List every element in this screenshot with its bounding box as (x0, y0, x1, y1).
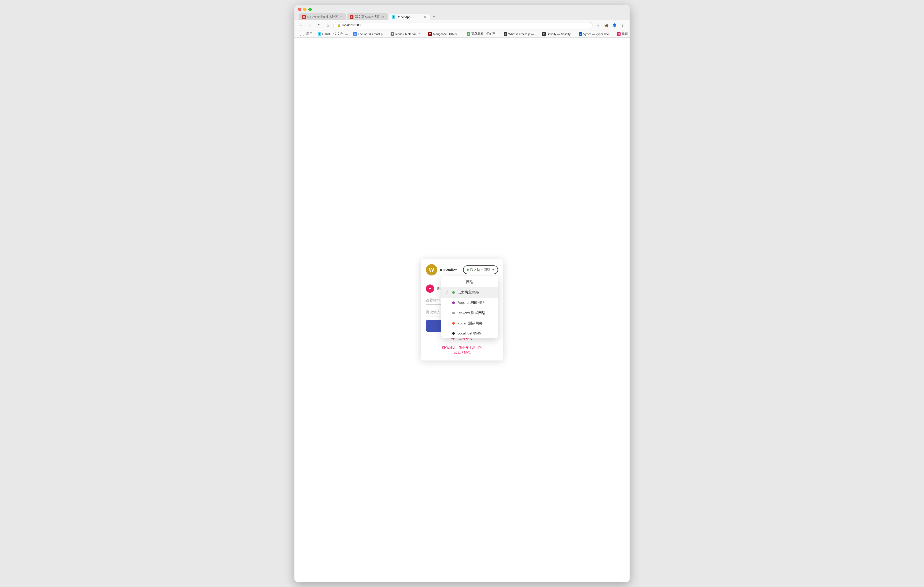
network-item-mainnet[interactable]: ✓ 以太坊主网络 (441, 287, 498, 298)
bookmark-solidity[interactable]: S Solidity — Solidity… (541, 32, 575, 36)
toolbar-right: ☆ 🦋 👤 ⋮ (594, 22, 626, 29)
tab-favicon-csdn: C (302, 15, 306, 19)
bookmark-react[interactable]: ⚛ React 中文文档 -… (317, 31, 349, 36)
vyper-favicon: V (579, 32, 582, 36)
bookmark-mongoose[interactable]: M Mongoose ODM v5… (427, 32, 462, 36)
wallet-logo-text: W (429, 266, 434, 273)
bookmark-solidity-label: Solidity — Solidity… (547, 33, 574, 36)
bookmark-apps-label: 应用 (306, 32, 312, 36)
reload-button[interactable]: ↻ (315, 22, 322, 29)
footer-text: KHWallet，简单安全易用的 以太坊钱包 (426, 345, 498, 355)
star-button[interactable]: ☆ (594, 22, 601, 29)
traffic-lights (298, 8, 626, 11)
wallet-card: W KHWallet 以太坊主网络 ▼ 网络 ✓ (421, 259, 503, 360)
network-label-kovan: Kovan 测试网络 (457, 321, 483, 326)
footer-line1: KHWallet，简单安全易用的 (426, 345, 498, 350)
bookmark-apps[interactable]: ⋮⋮ 应用 (298, 31, 314, 36)
net-dot-ropsten (452, 301, 455, 304)
tian-favicon: 动 (617, 32, 620, 36)
bookmark-react-label: React 中文文档 -… (322, 32, 348, 36)
tab-label-write: 写文章-CSDN博客 (355, 15, 380, 19)
net-dot-localhost (452, 332, 455, 335)
chevron-down-icon: ▼ (492, 268, 495, 271)
wallet-logo-area: W KHWallet (426, 264, 457, 275)
tab-favicon-write: C (350, 15, 353, 19)
url-bar[interactable]: 🔒 localhost:3000 (333, 22, 592, 28)
profile-button[interactable]: 👤 (611, 22, 618, 29)
network-label-rinkeby: Rinkeby 测试网络 (457, 311, 485, 316)
bookmark-world[interactable]: W The world's most p… (352, 32, 387, 36)
apps-grid-icon: ⋮⋮ (299, 32, 305, 36)
title-bar: C CSDN-专业IT技术社区 ✕ C 写文章-CSDN博客 ✕ ⚛ React… (294, 5, 630, 20)
address-bar: ← → ↻ ⌂ 🔒 localhost:3000 ☆ 🦋 👤 ⋮ (294, 20, 630, 30)
minimize-button[interactable] (303, 8, 307, 11)
network-active-dot (467, 269, 469, 271)
new-tab-button[interactable]: + (430, 13, 437, 20)
tab-write[interactable]: C 写文章-CSDN博客 ✕ (347, 13, 388, 20)
network-label-mainnet: 以太坊主网络 (457, 290, 479, 295)
bookmark-icons-label: Icons - Material De… (395, 33, 423, 36)
menu-button[interactable]: ⋮ (619, 22, 626, 29)
tab-favicon-react: ⚛ (392, 15, 395, 19)
extensions-button[interactable]: 🦋 (603, 22, 609, 29)
bookmark-runoob[interactable]: 菜 菜鸟教程 - 学的不… (465, 31, 500, 36)
wallet-logo: W (426, 264, 437, 275)
bookmark-tian-label: 动态 - 天草降临（Ti… (622, 32, 630, 36)
bookmark-world-label: The world's most p… (358, 33, 386, 36)
close-button[interactable] (298, 8, 301, 11)
secure-icon: 🔒 (337, 23, 341, 27)
tab-label-react: React App (397, 15, 422, 18)
network-item-rinkeby[interactable]: Rinkeby 测试网络 (441, 308, 498, 318)
page-content: W KHWallet 以太坊主网络 ▼ 网络 ✓ (294, 38, 630, 582)
network-dropdown-button[interactable]: 以太坊主网络 ▼ (463, 265, 498, 274)
react-favicon: ⚛ (318, 32, 321, 36)
check-icon: ✓ (446, 290, 450, 294)
solidity-favicon: S (542, 32, 546, 36)
world-favicon: W (353, 32, 357, 36)
network-dropdown-menu: 网络 ✓ 以太坊主网络 Ropsten测试网络 (441, 276, 498, 338)
wallet-header: W KHWallet 以太坊主网络 ▼ 网络 ✓ (421, 259, 503, 280)
dropdown-title: 网络 (441, 276, 498, 287)
forward-button[interactable]: → (307, 22, 314, 29)
bookmark-tian[interactable]: 动 动态 - 天草降临（Ti… (616, 31, 630, 36)
bookmark-ethers[interactable]: E What is ethers.js —… (503, 32, 538, 36)
wallet-name: KHWallet (440, 268, 457, 272)
bookmarks-bar: ⋮⋮ 应用 ⚛ React 中文文档 -… W The world's most… (294, 30, 630, 38)
bookmark-runoob-label: 菜鸟教程 - 学的不… (471, 32, 498, 36)
net-dot-kovan (452, 322, 455, 325)
maximize-button[interactable] (309, 8, 312, 11)
net-dot-mainnet (452, 291, 455, 294)
browser-window: C CSDN-专业IT技术社区 ✕ C 写文章-CSDN博客 ✕ ⚛ React… (294, 5, 630, 582)
network-item-localhost[interactable]: Localhost 8545 (441, 329, 498, 338)
icons-favicon: I (391, 32, 394, 36)
network-label-localhost: Localhost 8545 (457, 331, 481, 335)
add-account-button[interactable]: + (426, 284, 434, 293)
bookmark-vyper-label: Vyper — Vyper doc… (583, 33, 612, 36)
tab-close-react[interactable]: ✕ (423, 15, 427, 19)
tab-react[interactable]: ⚛ React App ✕ (389, 14, 430, 20)
bookmark-vyper[interactable]: V Vyper — Vyper doc… (578, 32, 613, 36)
net-dot-rinkeby (452, 312, 455, 314)
back-button[interactable]: ← (298, 22, 305, 29)
runoob-favicon: 菜 (467, 32, 470, 36)
mongoose-favicon: M (428, 32, 432, 36)
bookmark-icons[interactable]: I Icons - Material De… (389, 32, 424, 36)
network-label-ropsten: Ropsten测试网络 (457, 301, 485, 305)
plus-icon: + (429, 286, 432, 292)
tab-label-csdn: CSDN-专业IT技术社区 (307, 15, 338, 19)
tab-close-write[interactable]: ✕ (381, 15, 385, 19)
network-dropdown-container: 以太坊主网络 ▼ 网络 ✓ 以太坊主网络 (463, 265, 498, 274)
footer-line2: 以太坊钱包 (426, 350, 498, 355)
ethers-favicon: E (504, 32, 507, 36)
bookmark-ethers-label: What is ethers.js —… (508, 33, 537, 36)
bookmark-mongoose-label: Mongoose ODM v5… (433, 33, 462, 36)
network-item-ropsten[interactable]: Ropsten测试网络 (441, 298, 498, 308)
tab-csdn[interactable]: C CSDN-专业IT技术社区 ✕ (299, 13, 346, 20)
home-button[interactable]: ⌂ (324, 22, 331, 29)
network-button-label: 以太坊主网络 (470, 268, 490, 272)
tab-close-csdn[interactable]: ✕ (340, 15, 343, 19)
network-item-kovan[interactable]: Kovan 测试网络 (441, 318, 498, 329)
tabs-bar: C CSDN-专业IT技术社区 ✕ C 写文章-CSDN博客 ✕ ⚛ React… (298, 13, 626, 20)
url-text: localhost:3000 (342, 23, 589, 27)
